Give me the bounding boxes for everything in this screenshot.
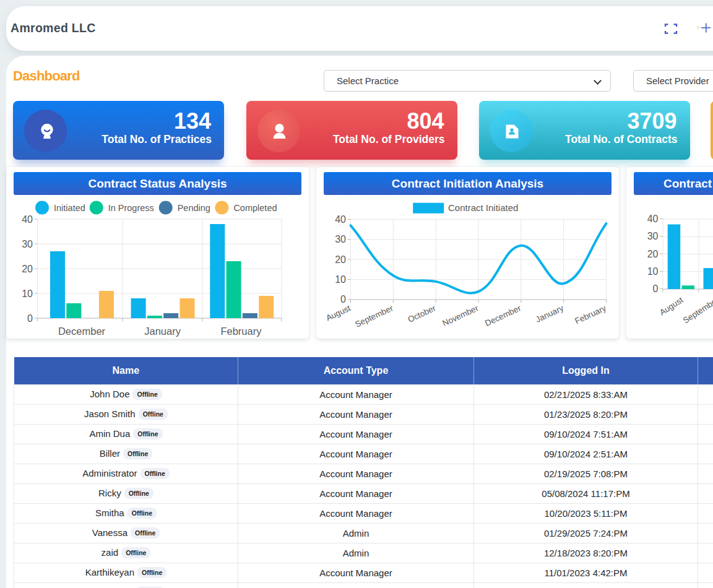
svg-text:Pending: Pending (178, 203, 210, 213)
svg-text:40: 40 (647, 214, 659, 224)
svg-text:20: 20 (647, 249, 659, 259)
svg-text:40: 40 (22, 214, 33, 225)
svg-text:10: 10 (335, 274, 346, 285)
svg-text:November: November (441, 303, 480, 328)
svg-text:10: 10 (647, 266, 659, 277)
svg-text:0: 0 (27, 313, 33, 324)
svg-text:September: September (353, 303, 395, 329)
svg-text:September: September (681, 295, 713, 326)
svg-text:40: 40 (335, 214, 346, 225)
svg-text:Initiated: Initiated (54, 203, 85, 213)
svg-text:Completed: Completed (233, 203, 277, 213)
svg-text:30: 30 (335, 234, 346, 244)
svg-text:August: August (324, 303, 352, 322)
svg-text:Contract Initiated: Contract Initiated (448, 202, 518, 213)
svg-text:In Progress: In Progress (108, 203, 154, 213)
svg-text:20: 20 (335, 254, 346, 265)
svg-text:December: December (483, 303, 522, 328)
svg-text:February: February (220, 326, 262, 337)
svg-text:20: 20 (22, 264, 33, 274)
svg-text:December: December (58, 326, 106, 337)
svg-text:10: 10 (22, 288, 33, 299)
svg-text:0: 0 (653, 283, 659, 294)
svg-text:February: February (573, 303, 608, 326)
svg-text:0: 0 (340, 294, 346, 305)
svg-text:30: 30 (647, 231, 659, 241)
svg-text:October: October (407, 303, 438, 324)
svg-text:January: January (534, 303, 565, 324)
svg-text:August: August (658, 295, 685, 318)
svg-text:January: January (144, 326, 181, 337)
svg-text:30: 30 (22, 239, 33, 249)
